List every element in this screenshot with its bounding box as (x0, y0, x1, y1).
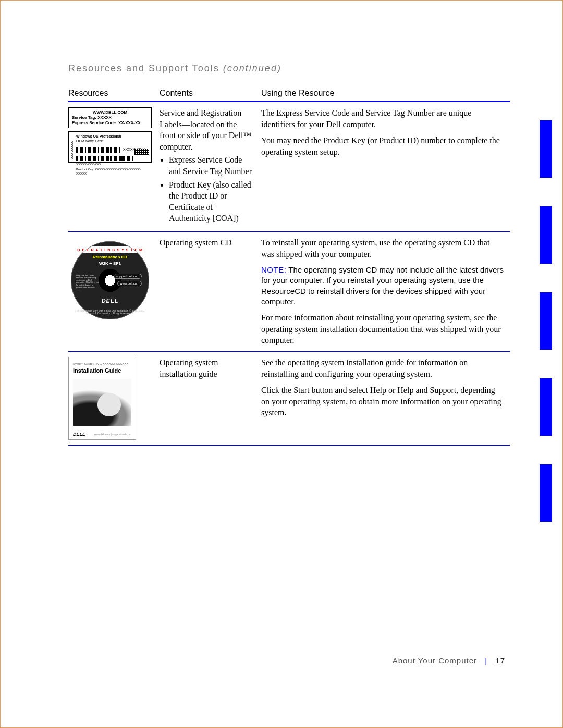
side-tab (540, 378, 552, 436)
page-content: Resources and Support Tools (continued) … (11, 11, 552, 717)
using-cell: To reinstall your operating system, use … (261, 231, 510, 351)
barcode-icon (76, 147, 120, 153)
resources-table: Resources Contents Using the Resource WW… (68, 85, 510, 446)
install-guide-graphic: System Guide Rev 1 XXXXXX XXXXXX Install… (68, 357, 136, 440)
page-border: Resources and Support Tools (continued) … (0, 0, 563, 728)
barcode-icon (76, 156, 133, 161)
list-item: Product Key (also called the Product ID … (169, 179, 255, 224)
resource-cell: O P E R A T I N G S Y S T E M Reinstalla… (68, 231, 160, 351)
side-tab (540, 206, 552, 264)
coa-oem: OEM Nave Here (76, 139, 149, 143)
list-item: Express Service Code and Service Tag Num… (169, 154, 255, 177)
using-text: You may need the Product Key (or Product… (261, 135, 504, 157)
side-tabs (540, 120, 552, 550)
label-express-code: Express Service Code: XX-XXX-XX (72, 120, 148, 126)
page-number: 17 (495, 656, 505, 665)
guide-image (73, 379, 131, 426)
using-text: The Express Service Code and Service Tag… (261, 107, 504, 130)
coa-os-name: Windows OS Professional (76, 134, 149, 139)
contents-cell: Operating system installation guide (160, 351, 261, 445)
using-cell: See the operating system installation gu… (261, 351, 510, 445)
service-labels-graphic: WWW.DELL.COM Service Tag: XXXXX Express … (68, 107, 152, 163)
using-text: To reinstall your operating system, use … (261, 237, 504, 260)
coa-label: XXX-XXXXX Windows OS Professional OEM Na… (68, 131, 152, 163)
contents-intro: Service and Registration Labels—located … (160, 108, 251, 151)
col-header-contents: Contents (160, 85, 261, 102)
table-row: WWW.DELL.COM Service Tag: XXXXX Express … (68, 102, 510, 231)
table-row: System Guide Rev 1 XXXXXX XXXXXX Install… (68, 351, 510, 445)
coa-product-key: Product Key: XXXXX-XXXXX-XXXXX-XXXXX-XXX… (76, 167, 149, 176)
label-service-tag: Service Tag: XXXXX (72, 115, 148, 120)
note-body: The operating system CD may not include … (261, 265, 504, 306)
coa-sub: XXXXX-XXX-XXX (76, 162, 149, 166)
note-label: NOTE: (261, 265, 286, 274)
using-text: See the operating system installation gu… (261, 357, 504, 379)
side-tab (540, 120, 552, 178)
contents-cell: Service and Registration Labels—located … (160, 102, 261, 231)
contents-bullets: Express Service Code and Service Tag Num… (160, 154, 255, 224)
label-url: WWW.DELL.COM (72, 110, 148, 115)
page-footer: About Your Computer | 17 (393, 656, 505, 665)
dell-logo: DELL (73, 431, 85, 437)
section-title: Resources and Support Tools (continued) (68, 63, 510, 74)
contents-cell: Operating system CD (160, 231, 261, 351)
qr-icon (134, 149, 149, 155)
cd-disc: O P E R A T I N G S Y S T E M Reinstalla… (71, 241, 149, 319)
footer-section: About Your Computer (393, 656, 477, 665)
guide-top-line: System Guide Rev 1 XXXXXX XXXXXX (73, 362, 131, 366)
resource-cell: System Guide Rev 1 XXXXXX XXXXXX Install… (68, 351, 160, 445)
resource-cell: WWW.DELL.COM Service Tag: XXXXX Express … (68, 102, 160, 231)
service-tag-label: WWW.DELL.COM Service Tag: XXXXX Express … (68, 107, 152, 128)
col-header-resources: Resources (68, 85, 160, 102)
using-cell: The Express Service Code and Service Tag… (261, 102, 510, 231)
os-cd-graphic: O P E R A T I N G S Y S T E M Reinstalla… (68, 241, 152, 330)
table-row: O P E R A T I N G S Y S T E M Reinstalla… (68, 231, 510, 351)
guide-links: www.dell.com | support.dell.com (94, 433, 131, 436)
using-text: For more information about reinstalling … (261, 312, 504, 346)
guide-title: Installation Guide (73, 367, 131, 375)
coa-side-text: XXX-XXXXX (70, 141, 74, 159)
side-tab (540, 464, 552, 522)
section-title-continued: (continued) (223, 63, 282, 73)
section-title-main: Resources and Support Tools (68, 63, 219, 73)
using-text: Click the Start button and select Help o… (261, 385, 504, 418)
side-tab (540, 292, 552, 350)
note: NOTE: The operating system CD may not in… (261, 265, 504, 307)
col-header-using: Using the Resource (261, 85, 510, 102)
footer-separator: | (485, 656, 487, 665)
